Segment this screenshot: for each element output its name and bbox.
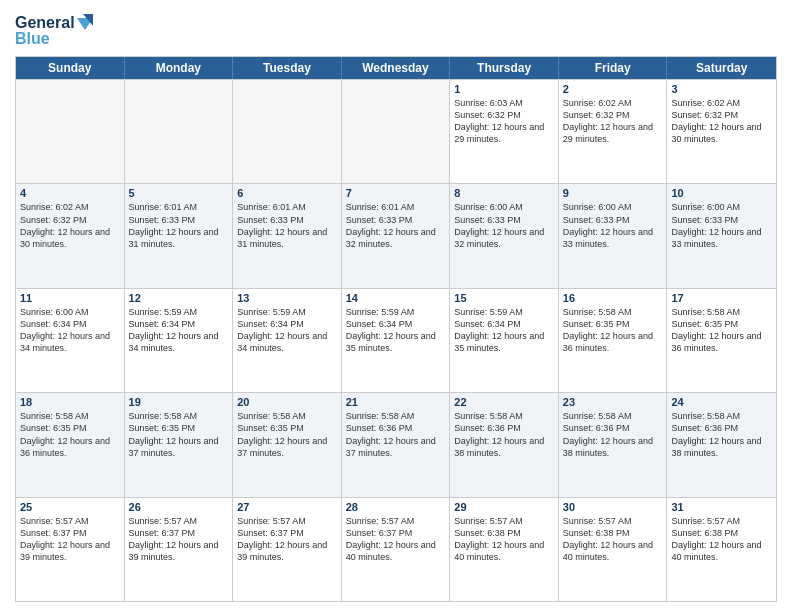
svg-text:General: General [15, 14, 75, 31]
calendar: SundayMondayTuesdayWednesdayThursdayFrid… [15, 56, 777, 602]
header-cell-tuesday: Tuesday [233, 57, 342, 79]
day-info: Sunrise: 5:59 AM Sunset: 6:34 PM Dayligh… [454, 306, 554, 355]
day-number: 31 [671, 501, 772, 513]
calendar-row-3: 11Sunrise: 6:00 AM Sunset: 6:34 PM Dayli… [16, 288, 776, 392]
empty-cell-0-0 [16, 80, 125, 183]
header-cell-friday: Friday [559, 57, 668, 79]
day-info: Sunrise: 5:57 AM Sunset: 6:38 PM Dayligh… [563, 515, 663, 564]
day-number: 6 [237, 187, 337, 199]
header: General Blue [15, 10, 777, 48]
day-cell-16: 16Sunrise: 5:58 AM Sunset: 6:35 PM Dayli… [559, 289, 668, 392]
day-info: Sunrise: 5:58 AM Sunset: 6:35 PM Dayligh… [129, 410, 229, 459]
day-info: Sunrise: 6:00 AM Sunset: 6:33 PM Dayligh… [671, 201, 772, 250]
header-cell-monday: Monday [125, 57, 234, 79]
day-number: 10 [671, 187, 772, 199]
day-info: Sunrise: 5:57 AM Sunset: 6:37 PM Dayligh… [346, 515, 446, 564]
day-info: Sunrise: 5:57 AM Sunset: 6:37 PM Dayligh… [237, 515, 337, 564]
day-info: Sunrise: 6:00 AM Sunset: 6:34 PM Dayligh… [20, 306, 120, 355]
svg-text:Blue: Blue [15, 30, 50, 47]
header-cell-thursday: Thursday [450, 57, 559, 79]
day-info: Sunrise: 5:59 AM Sunset: 6:34 PM Dayligh… [129, 306, 229, 355]
day-info: Sunrise: 5:57 AM Sunset: 6:37 PM Dayligh… [20, 515, 120, 564]
empty-cell-0-1 [125, 80, 234, 183]
day-number: 9 [563, 187, 663, 199]
day-cell-2: 2Sunrise: 6:02 AM Sunset: 6:32 PM Daylig… [559, 80, 668, 183]
day-cell-24: 24Sunrise: 5:58 AM Sunset: 6:36 PM Dayli… [667, 393, 776, 496]
day-cell-31: 31Sunrise: 5:57 AM Sunset: 6:38 PM Dayli… [667, 498, 776, 601]
day-cell-19: 19Sunrise: 5:58 AM Sunset: 6:35 PM Dayli… [125, 393, 234, 496]
day-number: 15 [454, 292, 554, 304]
day-cell-26: 26Sunrise: 5:57 AM Sunset: 6:37 PM Dayli… [125, 498, 234, 601]
day-info: Sunrise: 6:00 AM Sunset: 6:33 PM Dayligh… [454, 201, 554, 250]
day-number: 12 [129, 292, 229, 304]
header-cell-saturday: Saturday [667, 57, 776, 79]
logo-icon: General Blue [15, 10, 95, 48]
day-info: Sunrise: 6:02 AM Sunset: 6:32 PM Dayligh… [671, 97, 772, 146]
calendar-row-5: 25Sunrise: 5:57 AM Sunset: 6:37 PM Dayli… [16, 497, 776, 601]
day-info: Sunrise: 5:58 AM Sunset: 6:36 PM Dayligh… [454, 410, 554, 459]
day-number: 4 [20, 187, 120, 199]
header-cell-wednesday: Wednesday [342, 57, 451, 79]
day-cell-17: 17Sunrise: 5:58 AM Sunset: 6:35 PM Dayli… [667, 289, 776, 392]
day-info: Sunrise: 6:01 AM Sunset: 6:33 PM Dayligh… [129, 201, 229, 250]
day-number: 19 [129, 396, 229, 408]
day-number: 23 [563, 396, 663, 408]
day-number: 2 [563, 83, 663, 95]
day-cell-1: 1Sunrise: 6:03 AM Sunset: 6:32 PM Daylig… [450, 80, 559, 183]
day-cell-6: 6Sunrise: 6:01 AM Sunset: 6:33 PM Daylig… [233, 184, 342, 287]
day-cell-10: 10Sunrise: 6:00 AM Sunset: 6:33 PM Dayli… [667, 184, 776, 287]
day-cell-14: 14Sunrise: 5:59 AM Sunset: 6:34 PM Dayli… [342, 289, 451, 392]
day-cell-8: 8Sunrise: 6:00 AM Sunset: 6:33 PM Daylig… [450, 184, 559, 287]
day-cell-7: 7Sunrise: 6:01 AM Sunset: 6:33 PM Daylig… [342, 184, 451, 287]
day-info: Sunrise: 6:01 AM Sunset: 6:33 PM Dayligh… [346, 201, 446, 250]
day-info: Sunrise: 5:59 AM Sunset: 6:34 PM Dayligh… [237, 306, 337, 355]
day-cell-30: 30Sunrise: 5:57 AM Sunset: 6:38 PM Dayli… [559, 498, 668, 601]
calendar-row-2: 4Sunrise: 6:02 AM Sunset: 6:32 PM Daylig… [16, 183, 776, 287]
day-number: 25 [20, 501, 120, 513]
day-number: 11 [20, 292, 120, 304]
day-cell-28: 28Sunrise: 5:57 AM Sunset: 6:37 PM Dayli… [342, 498, 451, 601]
day-info: Sunrise: 5:58 AM Sunset: 6:35 PM Dayligh… [563, 306, 663, 355]
day-cell-5: 5Sunrise: 6:01 AM Sunset: 6:33 PM Daylig… [125, 184, 234, 287]
calendar-row-1: 1Sunrise: 6:03 AM Sunset: 6:32 PM Daylig… [16, 79, 776, 183]
calendar-row-4: 18Sunrise: 5:58 AM Sunset: 6:35 PM Dayli… [16, 392, 776, 496]
day-number: 26 [129, 501, 229, 513]
day-number: 16 [563, 292, 663, 304]
day-number: 17 [671, 292, 772, 304]
day-info: Sunrise: 6:03 AM Sunset: 6:32 PM Dayligh… [454, 97, 554, 146]
day-info: Sunrise: 6:01 AM Sunset: 6:33 PM Dayligh… [237, 201, 337, 250]
day-info: Sunrise: 5:59 AM Sunset: 6:34 PM Dayligh… [346, 306, 446, 355]
day-info: Sunrise: 5:57 AM Sunset: 6:38 PM Dayligh… [454, 515, 554, 564]
page: General Blue SundayMondayTuesdayWednesda… [0, 0, 792, 612]
day-number: 7 [346, 187, 446, 199]
day-cell-21: 21Sunrise: 5:58 AM Sunset: 6:36 PM Dayli… [342, 393, 451, 496]
day-cell-4: 4Sunrise: 6:02 AM Sunset: 6:32 PM Daylig… [16, 184, 125, 287]
day-number: 1 [454, 83, 554, 95]
logo: General Blue [15, 10, 95, 48]
day-info: Sunrise: 5:58 AM Sunset: 6:36 PM Dayligh… [671, 410, 772, 459]
day-number: 22 [454, 396, 554, 408]
day-cell-13: 13Sunrise: 5:59 AM Sunset: 6:34 PM Dayli… [233, 289, 342, 392]
day-info: Sunrise: 5:58 AM Sunset: 6:35 PM Dayligh… [20, 410, 120, 459]
empty-cell-0-3 [342, 80, 451, 183]
day-number: 18 [20, 396, 120, 408]
calendar-body: 1Sunrise: 6:03 AM Sunset: 6:32 PM Daylig… [16, 79, 776, 601]
day-info: Sunrise: 5:58 AM Sunset: 6:36 PM Dayligh… [346, 410, 446, 459]
day-cell-23: 23Sunrise: 5:58 AM Sunset: 6:36 PM Dayli… [559, 393, 668, 496]
day-cell-25: 25Sunrise: 5:57 AM Sunset: 6:37 PM Dayli… [16, 498, 125, 601]
day-cell-22: 22Sunrise: 5:58 AM Sunset: 6:36 PM Dayli… [450, 393, 559, 496]
day-number: 8 [454, 187, 554, 199]
day-cell-11: 11Sunrise: 6:00 AM Sunset: 6:34 PM Dayli… [16, 289, 125, 392]
day-info: Sunrise: 6:00 AM Sunset: 6:33 PM Dayligh… [563, 201, 663, 250]
day-cell-18: 18Sunrise: 5:58 AM Sunset: 6:35 PM Dayli… [16, 393, 125, 496]
day-info: Sunrise: 5:57 AM Sunset: 6:38 PM Dayligh… [671, 515, 772, 564]
day-number: 3 [671, 83, 772, 95]
day-cell-20: 20Sunrise: 5:58 AM Sunset: 6:35 PM Dayli… [233, 393, 342, 496]
day-info: Sunrise: 5:58 AM Sunset: 6:36 PM Dayligh… [563, 410, 663, 459]
day-number: 27 [237, 501, 337, 513]
day-info: Sunrise: 5:58 AM Sunset: 6:35 PM Dayligh… [237, 410, 337, 459]
day-info: Sunrise: 5:57 AM Sunset: 6:37 PM Dayligh… [129, 515, 229, 564]
header-cell-sunday: Sunday [16, 57, 125, 79]
day-cell-15: 15Sunrise: 5:59 AM Sunset: 6:34 PM Dayli… [450, 289, 559, 392]
day-cell-29: 29Sunrise: 5:57 AM Sunset: 6:38 PM Dayli… [450, 498, 559, 601]
